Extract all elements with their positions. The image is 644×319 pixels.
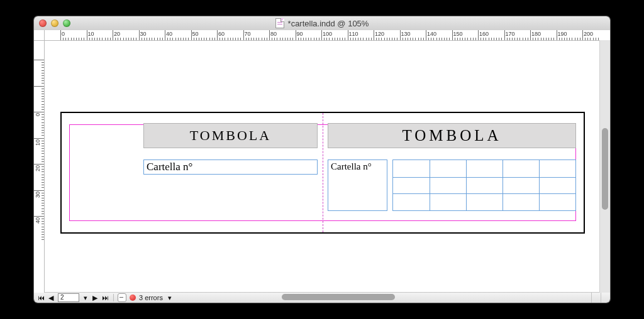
grid-cell[interactable]: [502, 194, 540, 211]
minimize-button[interactable]: [51, 19, 58, 27]
canvas[interactable]: TOMBOLA Cartella n° TOMBOLA Cartella n°: [44, 40, 600, 293]
page-spread[interactable]: TOMBOLA Cartella n° TOMBOLA Cartella n°: [60, 112, 585, 234]
preflight-error-icon: [130, 295, 136, 301]
status-bar: ⏮ ◀ 2 ▾ ▶ ⏭ 3 errors ▾: [34, 292, 610, 303]
grid-cell[interactable]: [430, 178, 467, 195]
card-label-text: Cartella n°: [331, 161, 372, 171]
card-title-text: TOMBOLA: [402, 127, 501, 144]
left-page-stub: TOMBOLA Cartella n°: [69, 123, 318, 222]
workspace: 0102030405060708090100110120130140150160…: [34, 30, 610, 293]
page-number: 2: [60, 294, 64, 301]
page-number-field[interactable]: 2: [58, 293, 79, 302]
last-spread-button[interactable]: ⏭: [101, 294, 109, 301]
card-title-frame[interactable]: TOMBOLA: [328, 123, 576, 148]
stub-label-frame[interactable]: Cartella n°: [143, 160, 318, 175]
vertical-ruler[interactable]: 010203040: [34, 40, 45, 293]
zoom-button[interactable]: [63, 19, 70, 27]
grid-cell[interactable]: [539, 194, 575, 211]
grid-cell[interactable]: [466, 178, 503, 195]
window-title: *cartella.indd @ 105%: [34, 16, 610, 30]
grid-cell[interactable]: [502, 160, 540, 177]
grid-cell[interactable]: [539, 160, 575, 177]
stub-title-frame[interactable]: TOMBOLA: [143, 123, 318, 148]
grid-cell[interactable]: [393, 194, 430, 211]
first-spread-button[interactable]: ⏮: [36, 294, 45, 301]
grid-cell[interactable]: [539, 178, 575, 195]
page-dropdown[interactable]: ▾: [82, 294, 89, 301]
vertical-scrollbar[interactable]: [599, 40, 610, 293]
vertical-scroll-thumb[interactable]: [602, 128, 608, 210]
grid-cell[interactable]: [502, 178, 540, 195]
page-navigator: ⏮ ◀ 2 ▾ ▶ ⏭: [34, 293, 109, 302]
stub-spacer: [69, 123, 138, 222]
number-grid[interactable]: [392, 160, 576, 211]
prev-spread-button[interactable]: ◀: [47, 294, 55, 301]
preflight-menu[interactable]: ▾: [166, 294, 174, 301]
preflight-toggle-icon: [118, 293, 126, 302]
window-title-text: *cartella.indd @ 105%: [288, 19, 369, 28]
grid-cell[interactable]: [466, 194, 503, 211]
horizontal-ruler[interactable]: 0102030405060708090100110120130140150160…: [44, 30, 600, 41]
grid-cell[interactable]: [393, 178, 430, 195]
status-divider: [113, 294, 114, 301]
grid-cell[interactable]: [393, 160, 430, 177]
close-button[interactable]: [39, 19, 47, 27]
column-guide: [323, 113, 323, 232]
preflight-error-label: 3 errors: [139, 294, 163, 301]
grid-cell[interactable]: [430, 194, 467, 211]
grid-cell[interactable]: [430, 160, 467, 177]
right-page-card: TOMBOLA Cartella n°: [328, 123, 576, 222]
document-icon: [275, 18, 284, 28]
stub-label-text: Cartella n°: [147, 161, 192, 173]
view-split-controls[interactable]: [591, 293, 610, 303]
card-label-frame[interactable]: Cartella n°: [328, 160, 387, 211]
traffic-lights: [39, 19, 70, 27]
next-spread-button[interactable]: ▶: [91, 294, 99, 301]
ruler-origin-box[interactable]: [34, 30, 45, 41]
preflight-status[interactable]: 3 errors ▾: [118, 293, 174, 302]
app-window: *cartella.indd @ 105% 010203040506070809…: [34, 16, 610, 303]
titlebar[interactable]: *cartella.indd @ 105%: [34, 16, 610, 31]
grid-cell[interactable]: [466, 160, 503, 177]
stub-title-text: TOMBOLA: [190, 127, 271, 144]
horizontal-scroll-thumb[interactable]: [282, 294, 395, 300]
